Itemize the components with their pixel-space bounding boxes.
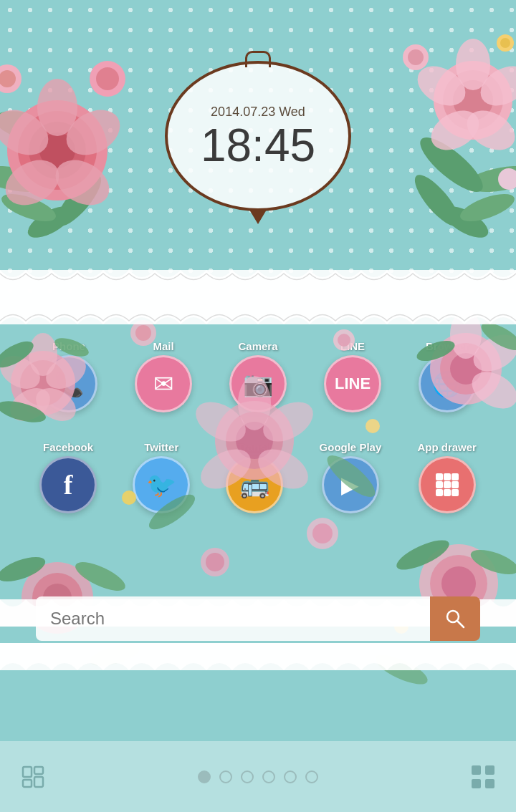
nav-dot-1[interactable] [198,770,211,783]
lace-border-bottom-top [0,297,516,324]
nav-dot-4[interactable] [262,770,275,783]
svg-point-82 [366,419,380,433]
floral-background [0,297,516,741]
search-icon [444,608,466,629]
nav-dot-6[interactable] [305,770,318,783]
svg-rect-104 [23,780,32,787]
svg-point-77 [338,334,350,347]
nav-home-icon[interactable] [14,758,52,796]
svg-rect-107 [472,765,481,775]
grid-icon-svg [466,760,500,794]
nav-right [464,758,502,796]
svg-point-33 [408,49,424,65]
svg-rect-110 [485,779,494,788]
nav-dot-3[interactable] [241,770,254,783]
svg-line-101 [457,621,464,627]
lace-border-top [0,270,516,297]
svg-rect-109 [472,779,481,788]
svg-point-71 [441,566,476,601]
clock-date: 2014.07.23 Wed [211,105,305,120]
top-wallpaper: 2014.07.23 Wed 18:45 [0,0,516,297]
svg-point-36 [500,38,510,48]
clock-time: 18:45 [201,122,315,168]
nav-dot-5[interactable] [284,770,297,783]
clock-widget: 2014.07.23 Wed 18:45 [161,57,355,215]
svg-rect-108 [485,765,494,775]
search-input[interactable] [36,596,430,641]
nav-dot-2[interactable] [219,770,232,783]
home-icon-svg [17,761,49,793]
nav-left [14,758,52,796]
svg-rect-103 [23,767,32,777]
svg-point-81 [312,523,333,543]
clock-frame: 2014.07.23 Wed 18:45 [165,61,351,211]
search-button[interactable] [430,596,480,641]
flower-right [380,14,516,251]
svg-rect-105 [34,767,43,774]
flower-left [0,21,150,251]
nav-bar [0,741,516,812]
nav-grid-button[interactable] [464,758,502,796]
lace-border-nav-top [0,643,516,670]
search-container [36,596,480,641]
nav-dots [52,770,464,783]
svg-point-86 [322,449,381,503]
svg-point-79 [206,553,224,571]
bottom-wallpaper: Phone 📞 Mail ✉ Camera 📷 LINE LINE Browse… [0,297,516,741]
svg-rect-106 [34,777,43,787]
svg-point-75 [135,325,151,341]
svg-point-85 [144,489,199,536]
svg-point-83 [122,490,136,505]
svg-point-16 [96,67,119,90]
